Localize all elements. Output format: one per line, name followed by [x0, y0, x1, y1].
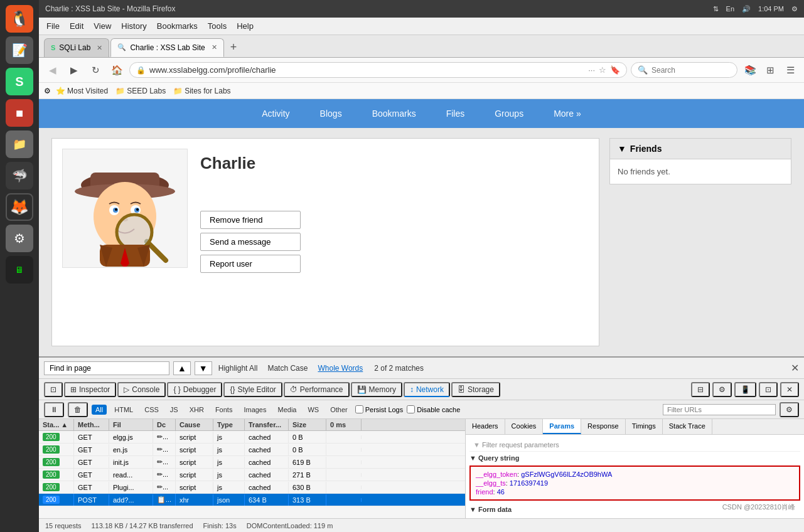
- find-prev-button[interactable]: ▲: [173, 361, 191, 375]
- col-header-status[interactable]: Sta... ▲: [39, 419, 74, 430]
- devtools-inspector[interactable]: ⊞Inspector: [64, 382, 116, 397]
- tab-sqli[interactable]: S SQLi Lab ✕: [44, 38, 109, 57]
- table-row[interactable]: 200 GET read... ✏... script js cached 27…: [39, 469, 465, 481]
- sitenav-more[interactable]: More »: [551, 101, 584, 126]
- tab-xss[interactable]: 🔍 Charlie : XSS Lab Site ✕: [110, 38, 223, 57]
- terminal-icon[interactable]: 🖥: [6, 256, 33, 284]
- find-match-case[interactable]: Match Case: [265, 363, 310, 374]
- clear-button[interactable]: 🗑: [68, 402, 88, 417]
- devtools-split-console[interactable]: ⊟: [691, 382, 710, 397]
- devtools-memory[interactable]: 💾Memory: [351, 382, 402, 397]
- remove-friend-button[interactable]: Remove friend: [200, 211, 301, 229]
- text-editor-icon[interactable]: 📝: [6, 36, 33, 64]
- files-icon[interactable]: 📁: [6, 130, 33, 158]
- search-box[interactable]: 🔍: [631, 62, 737, 78]
- menu-history[interactable]: History: [121, 21, 146, 31]
- menu-file[interactable]: File: [46, 21, 60, 31]
- sitenav-blogs[interactable]: Blogs: [318, 101, 345, 126]
- tab-sqli-close[interactable]: ✕: [97, 44, 102, 52]
- devtools-popout[interactable]: ⊡: [759, 382, 778, 397]
- find-close-button[interactable]: ✕: [791, 362, 799, 374]
- synced-tabs-icon[interactable]: ⊞: [761, 61, 779, 79]
- col-header-cause[interactable]: Cause: [176, 419, 213, 430]
- filter-xhr[interactable]: XHR: [186, 405, 208, 415]
- app-s-icon[interactable]: S: [6, 68, 33, 95]
- sitenav-activity[interactable]: Activity: [259, 101, 292, 126]
- bookmark-most-visited[interactable]: ⭐ Most Visited: [53, 85, 110, 97]
- devtools-close[interactable]: ✕: [780, 382, 799, 397]
- sitenav-files[interactable]: Files: [444, 101, 468, 126]
- terminal-red-icon[interactable]: ■: [6, 99, 33, 127]
- col-header-transfer[interactable]: Transfer...: [245, 419, 289, 430]
- devtools-network[interactable]: ↕Network: [404, 382, 450, 397]
- menu-edit[interactable]: Edit: [70, 21, 83, 31]
- filter-media[interactable]: Media: [274, 405, 300, 415]
- menu-help[interactable]: Help: [237, 21, 254, 31]
- menu-view[interactable]: View: [94, 21, 111, 31]
- firefox-icon[interactable]: 🦊: [6, 193, 33, 221]
- find-input[interactable]: [44, 361, 169, 375]
- reload-button[interactable]: ↻: [87, 61, 104, 79]
- settings-icon[interactable]: ⚙: [6, 225, 33, 252]
- new-tab-button[interactable]: +: [225, 41, 242, 54]
- pause-button[interactable]: ⏸: [44, 402, 64, 417]
- col-header-dc[interactable]: Dc: [153, 419, 176, 430]
- overflow-menu-icon[interactable]: ☰: [781, 61, 799, 79]
- panel-tab-cookies[interactable]: Cookies: [505, 419, 544, 434]
- bookmark-sites-for-labs[interactable]: 📁 Sites for Labs: [171, 85, 233, 97]
- menu-bookmarks[interactable]: Bookmarks: [157, 21, 198, 31]
- panel-tab-headers[interactable]: Headers: [466, 419, 505, 434]
- wireshark-icon[interactable]: 🦈: [6, 162, 33, 189]
- panel-tab-stack-trace[interactable]: Stack Trace: [663, 419, 712, 434]
- sitenav-groups[interactable]: Groups: [492, 101, 526, 126]
- filter-js[interactable]: JS: [166, 405, 182, 415]
- bookmark-seed-labs[interactable]: 📁 SEED Labs: [113, 85, 168, 97]
- search-input[interactable]: [651, 66, 731, 75]
- sitenav-bookmarks[interactable]: Bookmarks: [370, 101, 419, 126]
- devtools-options[interactable]: ⚙: [712, 382, 732, 397]
- home-button[interactable]: 🏠: [108, 61, 126, 79]
- col-header-method[interactable]: Meth...: [74, 419, 109, 430]
- devtools-dock-button[interactable]: ⊡: [44, 382, 63, 397]
- find-highlight-all[interactable]: Highlight All: [216, 363, 260, 374]
- panel-tab-params[interactable]: Params: [543, 419, 581, 434]
- send-message-button[interactable]: Send a message: [200, 233, 301, 251]
- devtools-responsive[interactable]: 📱: [734, 382, 756, 397]
- table-row[interactable]: 200 GET en.js ✏... script js cached 0 B: [39, 444, 465, 456]
- persist-logs-checkbox[interactable]: [355, 405, 363, 413]
- forward-button[interactable]: ▶: [65, 61, 83, 79]
- tab-xss-close[interactable]: ✕: [212, 43, 217, 51]
- filter-images[interactable]: Images: [240, 405, 270, 415]
- devtools-debugger[interactable]: { }Debugger: [167, 382, 222, 397]
- table-row[interactable]: 200 GET init.js ✏... script js cached 61…: [39, 456, 465, 469]
- address-bar[interactable]: 🔒 www.xsslabelgg.com/profile/charlie ···…: [129, 62, 627, 78]
- bookmark-star-icon[interactable]: ☆: [599, 65, 606, 75]
- table-row[interactable]: 200 GET Plugi... ✏... script js cached 6…: [39, 481, 465, 494]
- filter-fonts[interactable]: Fonts: [212, 405, 237, 415]
- find-next-button[interactable]: ▼: [195, 361, 212, 375]
- filter-css[interactable]: CSS: [141, 405, 163, 415]
- table-row-selected[interactable]: 200 POST add?... 📋... xhr json 634 B 313…: [39, 494, 465, 506]
- col-header-time[interactable]: 0 ms: [326, 419, 362, 430]
- devtools-console[interactable]: ▷Console: [117, 382, 166, 397]
- table-row[interactable]: 200 GET elgg.js ✏... script js cached 0 …: [39, 431, 465, 444]
- three-dots-icon[interactable]: ···: [588, 65, 595, 75]
- bookmark-icon[interactable]: 🔖: [610, 65, 620, 75]
- find-whole-words[interactable]: Whole Words: [315, 363, 365, 374]
- menu-tools[interactable]: Tools: [208, 21, 227, 31]
- panel-tab-timings[interactable]: Timings: [626, 419, 663, 434]
- devtools-performance[interactable]: ⏱Performance: [284, 382, 350, 397]
- devtools-storage[interactable]: 🗄Storage: [451, 382, 500, 397]
- filter-all[interactable]: All: [92, 405, 107, 415]
- col-header-type[interactable]: Type: [213, 419, 245, 430]
- filter-ws[interactable]: WS: [304, 405, 323, 415]
- panel-tab-response[interactable]: Response: [581, 419, 626, 434]
- disable-cache-checkbox[interactable]: [407, 405, 415, 413]
- library-icon[interactable]: 📚: [741, 61, 759, 79]
- devtools-style-editor[interactable]: {}Style Editor: [223, 382, 282, 397]
- ubuntu-icon[interactable]: 🐧: [6, 5, 33, 33]
- col-header-file[interactable]: Fil: [109, 419, 153, 430]
- filter-urls-input[interactable]: [663, 404, 776, 415]
- gear-icon-filter[interactable]: ⚙: [780, 402, 799, 417]
- col-header-size[interactable]: Size: [289, 419, 326, 430]
